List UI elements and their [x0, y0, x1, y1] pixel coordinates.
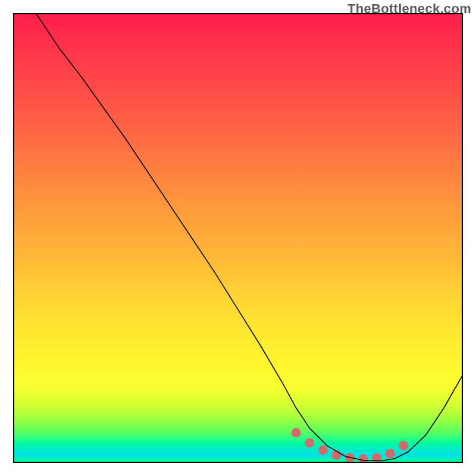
optimal-dot: [399, 441, 408, 450]
chart-svg: [14, 14, 462, 462]
plot-area: [13, 13, 463, 463]
optimal-dot: [318, 445, 328, 455]
bottleneck-curve: [37, 14, 462, 461]
optimal-dot: [386, 449, 395, 458]
watermark-text: TheBottleneck.com: [347, 1, 471, 17]
optimal-dot: [292, 428, 301, 437]
chart-container: TheBottleneck.com: [0, 0, 476, 476]
optimal-dot: [305, 438, 314, 447]
optimal-band-dots: [292, 428, 408, 462]
